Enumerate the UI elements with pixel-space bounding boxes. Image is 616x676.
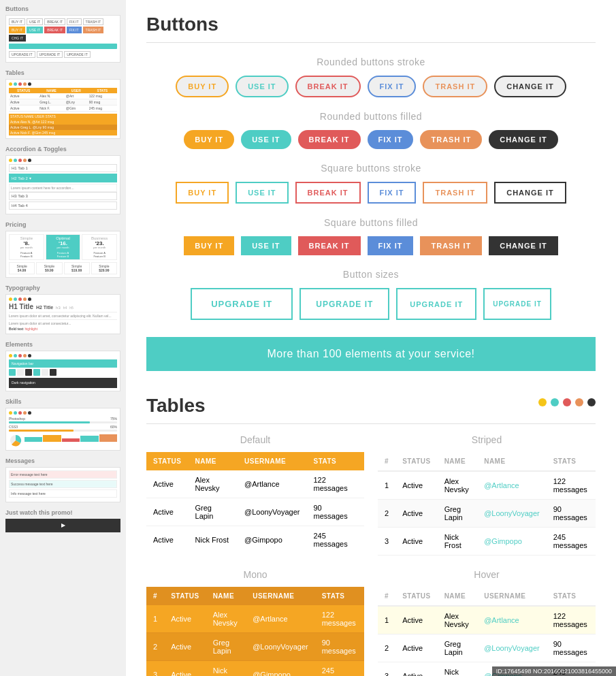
striped-table-label: Striped <box>378 434 596 445</box>
fix-it-sq-stroke[interactable]: FIX IT <box>368 182 417 204</box>
mini-skill-label: Photoshop <box>9 417 25 421</box>
color-dot-orange <box>575 398 583 406</box>
table-cell: Active <box>164 605 206 633</box>
mini-bold: Bold text <box>9 327 23 331</box>
mini-pricing-2: Simple$4.99 Simple$9.99 Simple$19.99 Sim… <box>9 262 117 274</box>
break-it-rounded-stroke[interactable]: BREAK IT <box>295 76 361 97</box>
table-cell: 90 messages <box>315 633 364 661</box>
mini-mono-table-row: Active Alex N. @Art 122 msg <box>9 119 117 125</box>
dot <box>18 354 22 357</box>
col-name: NAME <box>438 587 478 606</box>
table-cell: @LoonyVoyager <box>238 498 307 526</box>
dot <box>18 297 22 301</box>
table-cell: Active <box>164 633 206 661</box>
table-cell: Alex Nevsky <box>438 606 478 634</box>
dot <box>9 411 12 415</box>
table-cell: Greg Lapin <box>189 498 238 526</box>
change-it-rounded-stroke[interactable]: CHANGE IT <box>494 76 566 97</box>
table-cell: Greg Lapin <box>438 500 478 528</box>
sidebar-section-typography: Typography H1 Title H2 Title h3 h4 h5 Lo… <box>5 285 120 334</box>
change-it-sq-stroke[interactable]: CHANGE IT <box>494 182 566 204</box>
trash-it-sq-stroke[interactable]: TRASH IT <box>423 182 487 204</box>
table-row: 3ActiveNick Frost@Gimpopo245 messages <box>146 661 364 677</box>
table-cell: Greg Lapin <box>206 633 246 661</box>
mini-element-bar: Navigation bar <box>9 359 117 368</box>
col-name: NAME <box>206 587 246 605</box>
use-it-sq-stroke[interactable]: USE IT <box>236 182 288 204</box>
mini-element <box>50 369 56 376</box>
fix-it-rounded-stroke[interactable]: FIX IT <box>368 76 417 97</box>
mini-btn-orange: TRASH IT <box>83 27 104 33</box>
dot <box>18 159 22 162</box>
table-cell: Greg Lapin <box>438 634 478 662</box>
buy-it-sq-filled[interactable]: BUY IT <box>184 236 234 255</box>
table-cell: @LoonyVoyager <box>477 634 547 662</box>
table-cell: @Artlance <box>238 470 307 498</box>
table-cell: Alex Nevsky <box>189 470 238 498</box>
dot <box>28 159 31 162</box>
sidebar-preview-tables: STATUSNAMEUSERSTATS ActiveAlex N.@Art122… <box>5 79 120 139</box>
hover-table: # STATUS NAME USERNAME STATS 1ActiveAlex… <box>378 587 596 676</box>
mini-price-sm: Simple$19.99 <box>64 262 90 274</box>
table-cell: Nick Frost <box>438 528 478 556</box>
table-row: 1ActiveAlex Nevsky@Artlance122 messages <box>378 471 596 500</box>
mini-sq-btn: UPGRADE IT <box>64 51 91 58</box>
table-cell: Nick Frost <box>189 526 238 554</box>
color-dot-dark <box>587 398 596 406</box>
mini-messages: Error message text here Success message … <box>9 470 117 498</box>
dot <box>23 297 27 301</box>
watermark: ID:17645498 NO:20160821003816455000 <box>492 666 616 676</box>
use-it-sq-filled[interactable]: USE IT <box>241 236 291 255</box>
mini-message-teal: Success message text here <box>9 480 117 488</box>
color-dot-yellow <box>538 398 547 406</box>
mini-pricing: Simple '8. per month Feature A Feature B… <box>9 234 117 260</box>
buy-it-sq-stroke[interactable]: BUY IT <box>176 182 229 204</box>
mini-teal-bar <box>9 44 117 49</box>
mono-table-label: Mono <box>146 569 364 580</box>
change-it-rounded-filled[interactable]: CHANGE IT <box>489 130 558 149</box>
mini-element <box>17 369 24 376</box>
break-it-sq-filled[interactable]: BREAK IT <box>298 236 361 255</box>
upgrade-sm[interactable]: UPGRADE IT <box>483 288 551 320</box>
sidebar-section-title: Typography <box>5 285 120 291</box>
mini-typography: H1 Title H2 Title h3 h4 h5 Lorem ipsum d… <box>9 303 117 331</box>
trash-it-sq-filled[interactable]: TRASH IT <box>420 236 482 255</box>
fix-it-sq-filled[interactable]: FIX IT <box>368 236 414 255</box>
col-stats: STATS <box>307 452 365 470</box>
trash-it-rounded-stroke[interactable]: TRASH IT <box>423 76 487 97</box>
buy-it-rounded-filled[interactable]: BUY IT <box>184 130 234 149</box>
table-cell: Active <box>146 498 189 526</box>
table-cell: 2 <box>378 500 395 528</box>
break-it-rounded-filled[interactable]: BREAK IT <box>298 130 361 149</box>
table-cell: 3 <box>146 661 164 677</box>
use-it-rounded-filled[interactable]: USE IT <box>241 130 291 149</box>
buy-it-rounded-stroke[interactable]: BUY IT <box>176 76 229 97</box>
upgrade-xl[interactable]: UPGRADE IT <box>191 288 293 320</box>
table-row: 2ActiveGreg Lapin@LoonyVoyager90 message… <box>146 633 364 661</box>
table-cell: @Artlance <box>246 605 315 633</box>
upgrade-md[interactable]: UPGRADE IT <box>396 288 476 320</box>
table-cell: Alex Nevsky <box>206 605 246 633</box>
fix-it-rounded-filled[interactable]: FIX IT <box>368 130 414 149</box>
rounded-stroke-row: BUY IT USE IT BREAK IT FIX IT TRASH IT C… <box>146 76 596 97</box>
table-row: ActiveAlex Nevsky@Artlance122 messages <box>146 470 364 498</box>
mini-pie-container <box>9 434 117 447</box>
mini-element-text: Navigation bar <box>12 361 33 366</box>
upgrade-lg[interactable]: UPGRADE IT <box>299 288 389 320</box>
col-stats: STATS <box>547 587 596 606</box>
dot <box>14 82 17 86</box>
mini-bar <box>43 435 61 442</box>
mini-element <box>25 369 32 376</box>
mini-table: STATUSNAMEUSERSTATS ActiveAlex N.@Art122… <box>9 88 117 112</box>
use-it-rounded-stroke[interactable]: USE IT <box>236 76 288 97</box>
square-filled-label: Square buttons filled <box>146 217 596 228</box>
dot <box>18 411 22 415</box>
table-row: 2ActiveGreg Lapin@LoonyVoyager90 message… <box>378 500 596 528</box>
break-it-sq-stroke[interactable]: BREAK IT <box>295 182 361 204</box>
col-stats: STATS <box>547 452 596 471</box>
mini-mono-table-row: Active Nick F. @Gim 245 msg <box>9 130 117 135</box>
table-cell: 3 <box>378 662 395 677</box>
change-it-sq-filled[interactable]: CHANGE IT <box>489 236 558 255</box>
table-row: 1ActiveAlex Nevsky@Artlance122 messages <box>146 605 364 633</box>
trash-it-rounded-filled[interactable]: TRASH IT <box>420 130 482 149</box>
